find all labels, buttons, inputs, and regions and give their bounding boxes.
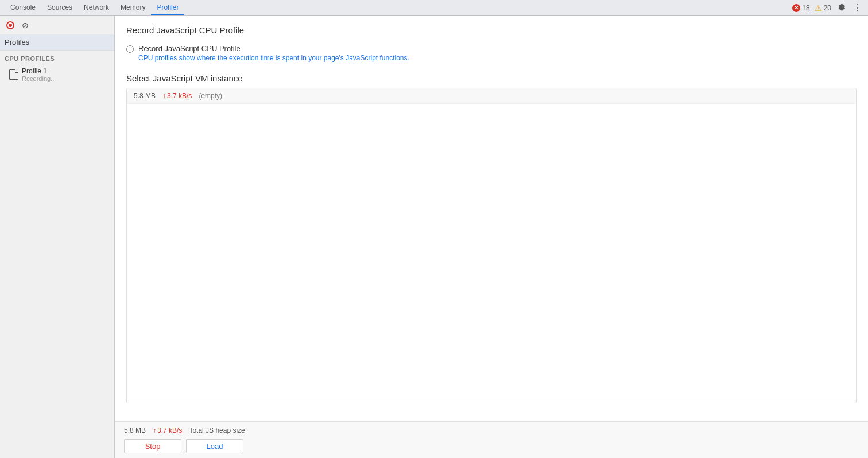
- tab-sources[interactable]: Sources: [41, 0, 78, 15]
- vm-network: ↑ 3.7 kB/s: [162, 92, 192, 100]
- warn-count: 20: [824, 4, 831, 12]
- vm-empty: (empty): [199, 92, 222, 100]
- content-area: Record JavaScript CPU Profile Record Jav…: [115, 16, 868, 458]
- error-count: 18: [802, 4, 809, 12]
- bottom-buttons: Stop Load: [124, 439, 859, 453]
- tab-console[interactable]: Console: [5, 0, 41, 15]
- clear-button[interactable]: ⊘: [20, 20, 31, 31]
- stop-button[interactable]: Stop: [124, 439, 181, 453]
- radio-cpu-desc: CPU profiles show where the execution ti…: [138, 54, 409, 62]
- stat-label: Total JS heap size: [189, 426, 245, 434]
- load-button[interactable]: Load: [186, 439, 243, 453]
- tab-memory[interactable]: Memory: [115, 0, 151, 15]
- profile-item[interactable]: Profile 1 Recording...: [0, 64, 114, 85]
- warn-icon: ⚠: [815, 3, 822, 13]
- main-layout: ⊘ Profiles CPU PROFILES Profile 1 Record…: [0, 16, 868, 458]
- sidebar: ⊘ Profiles CPU PROFILES Profile 1 Record…: [0, 16, 115, 458]
- profile-item-text: Profile 1 Recording...: [22, 67, 56, 82]
- tab-bar: Console Sources Network Memory Profiler: [5, 0, 792, 15]
- profile-item-name: Profile 1: [22, 67, 56, 75]
- radio-option-cpu: Record JavaScript CPU Profile CPU profil…: [126, 44, 857, 62]
- tab-profiler[interactable]: Profiler: [151, 0, 184, 15]
- vm-instance-row[interactable]: 5.8 MB ↑ 3.7 kB/s (empty): [127, 88, 856, 104]
- radio-cpu-label: Record JavaScript CPU Profile: [138, 44, 409, 53]
- vm-instance-list: 5.8 MB ↑ 3.7 kB/s (empty): [126, 88, 857, 403]
- sidebar-toolbar: ⊘: [0, 16, 114, 34]
- vm-network-speed: 3.7 kB/s: [167, 92, 192, 100]
- radio-group: Record JavaScript CPU Profile CPU profil…: [126, 44, 857, 62]
- stat-network: ↑ 3.7 kB/s: [153, 426, 182, 434]
- stat-network-arrow: ↑: [153, 426, 156, 434]
- record-icon: [6, 21, 14, 29]
- gear-icon: [837, 3, 846, 13]
- profiles-label: Profiles: [0, 34, 114, 51]
- top-bar: Console Sources Network Memory Profiler …: [0, 0, 868, 16]
- top-bar-right: ✕ 18 ⚠ 20 ⋮: [792, 2, 863, 14]
- profile-item-status: Recording...: [22, 75, 56, 82]
- more-options-button[interactable]: ⋮: [852, 2, 863, 14]
- settings-button[interactable]: [836, 2, 847, 14]
- vm-network-arrow: ↑: [162, 92, 166, 100]
- cpu-profiles-section: CPU PROFILES: [0, 51, 114, 64]
- record-section-title: Record JavaScript CPU Profile: [126, 25, 857, 35]
- stat-network-speed: 3.7 kB/s: [157, 426, 182, 434]
- clear-icon: ⊘: [22, 21, 29, 30]
- warn-badge[interactable]: ⚠ 20: [815, 3, 831, 13]
- dots-icon: ⋮: [853, 3, 862, 13]
- radio-option-content: Record JavaScript CPU Profile CPU profil…: [138, 44, 409, 62]
- bottom-stats: 5.8 MB ↑ 3.7 kB/s Total JS heap size: [124, 426, 859, 434]
- radio-cpu[interactable]: [126, 45, 134, 53]
- vm-memory: 5.8 MB: [134, 92, 156, 100]
- bottom-bar: 5.8 MB ↑ 3.7 kB/s Total JS heap size Sto…: [115, 421, 868, 458]
- tab-network[interactable]: Network: [78, 0, 115, 15]
- record-dot: [9, 24, 12, 27]
- error-icon: ✕: [792, 4, 800, 12]
- vm-section-title: Select JavaScript VM instance: [126, 73, 857, 83]
- stat-memory: 5.8 MB: [124, 426, 146, 434]
- error-badge[interactable]: ✕ 18: [792, 4, 809, 12]
- content-main: Record JavaScript CPU Profile Record Jav…: [115, 16, 868, 421]
- profile-file-icon: [9, 69, 18, 80]
- record-button[interactable]: [5, 20, 16, 31]
